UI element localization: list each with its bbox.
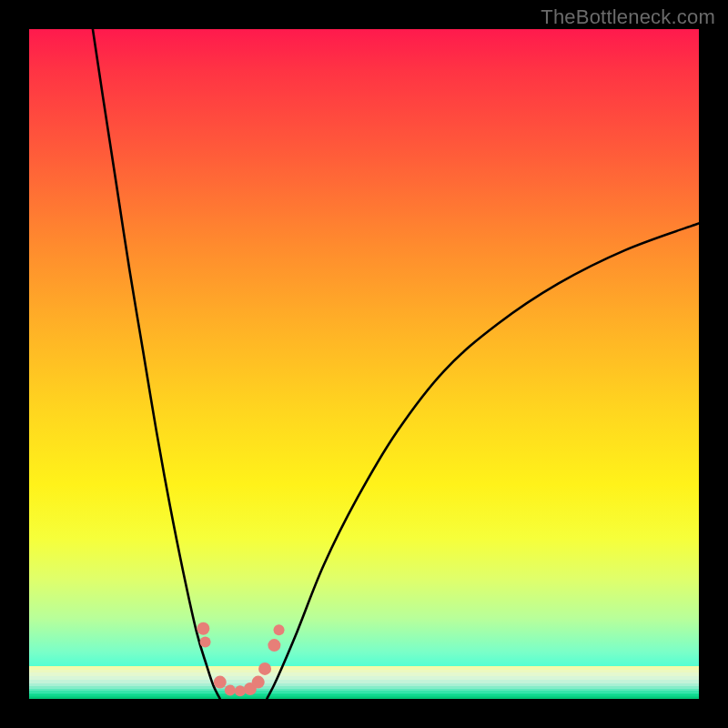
- data-point: [235, 685, 246, 696]
- data-point: [258, 662, 271, 675]
- curve-right-branch: [267, 223, 699, 699]
- data-point: [214, 676, 227, 689]
- data-point: [200, 636, 211, 647]
- data-point: [252, 676, 265, 689]
- watermark-text: TheBottleneck.com: [541, 5, 715, 29]
- plot-area: [29, 29, 699, 699]
- data-point: [274, 624, 285, 635]
- data-point: [268, 639, 280, 652]
- data-point: [225, 684, 236, 695]
- chart-frame: TheBottleneck.com: [0, 0, 728, 728]
- curve-layer: [29, 29, 699, 699]
- data-point: [197, 622, 209, 635]
- curve-left-branch: [93, 29, 220, 699]
